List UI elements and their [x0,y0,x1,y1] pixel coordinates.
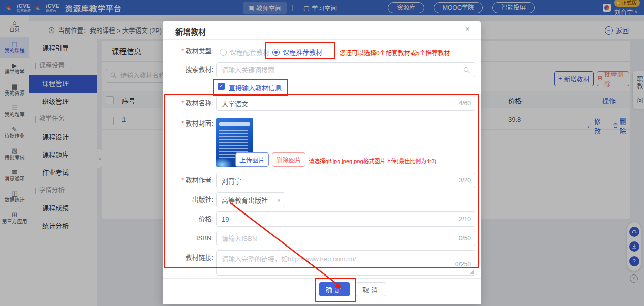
material-link-textarea[interactable] [217,251,475,275]
material-type-label: 教材类型: [185,47,213,55]
cancel-button[interactable]: 取消 [356,282,386,296]
material-author-field: 3/20 [216,173,475,188]
modal-title: 新增教材 [175,26,206,37]
publisher-select[interactable]: 高等教育出版社 ∨ [216,192,285,207]
material-author-label: 教材作者: [185,176,213,184]
checkbox-checked-icon[interactable]: ✓ [218,83,225,90]
required-mark: * [181,47,184,55]
isbn-row: ISBN: 0/50 [163,231,481,246]
radio-icon [220,49,227,56]
delete-image-button[interactable]: 删除图片 [272,152,305,167]
price-field: 2/10 [216,211,475,227]
search-material-input[interactable] [217,66,475,74]
material-cover-label: 教材封面: [185,119,213,127]
modal-footer-divider [163,278,481,279]
price-counter: 2/10 [459,212,471,226]
direct-input-row: ✓ 直接输入教材信息 [163,81,481,93]
publisher-label: 出版社: [163,192,213,207]
material-author-input[interactable] [217,177,475,185]
author-counter: 3/20 [459,173,471,188]
material-name-input[interactable] [217,100,475,107]
isbn-field: 0/50 [216,231,475,246]
search-material-label: 搜索教材: [163,62,213,77]
name-counter: 4/60 [459,96,471,110]
cover-format-note: 请选择gif,jpg,jpeg,png格式图片上传(最佳比例为4:3) [309,157,436,165]
material-type-row: *教材类型: 课程配套教材 课程推荐教材 您还可以选择0个配套教材或5个推荐教材 [163,44,481,59]
direct-input-label[interactable]: 直接输入教材信息 [229,83,282,93]
confirm-button[interactable]: 确定 [319,282,350,296]
material-link-label: 教材链接: [163,250,213,265]
isbn-label: ISBN: [163,231,213,246]
price-row: 价格: 2/10 [163,211,481,227]
material-link-field: 0/250 [216,250,475,276]
price-label: 价格: [163,211,213,227]
material-author-row: *教材作者: 3/20 [163,173,481,188]
price-input[interactable] [217,216,475,223]
modal-header: 新增教材 × [163,21,481,40]
material-name-label: 教材名称: [185,99,213,107]
chevron-down-icon: ∨ [277,197,281,203]
isbn-input[interactable] [217,235,475,242]
search-material-row: 搜索教材: [163,62,481,77]
radio-supporting-material[interactable]: 课程配套教材 [220,47,269,57]
radio-selected-icon [272,49,280,56]
material-name-row: *教材名称: 4/60 [163,96,481,111]
link-counter: 0/250 [455,261,471,268]
add-material-modal: 新增教材 × *教材类型: 课程配套教材 课程推荐教材 您还可以选择0个配套教材… [163,21,481,304]
isbn-counter: 0/50 [459,231,471,246]
close-icon[interactable]: × [465,25,470,34]
search-icon [463,66,470,75]
publisher-row: 出版社: 高等教育出版社 ∨ [163,192,481,207]
upload-image-button[interactable]: 上传图片 [235,152,269,167]
publisher-value: 高等教育出版社 [222,195,268,205]
type-quota-note: 您还可以选择0个配套教材或5个推荐教材 [340,48,450,57]
radio-recommended-material[interactable]: 课程推荐教材 [272,47,322,57]
search-material-field [216,62,475,77]
material-name-field: 4/60 [216,96,475,111]
